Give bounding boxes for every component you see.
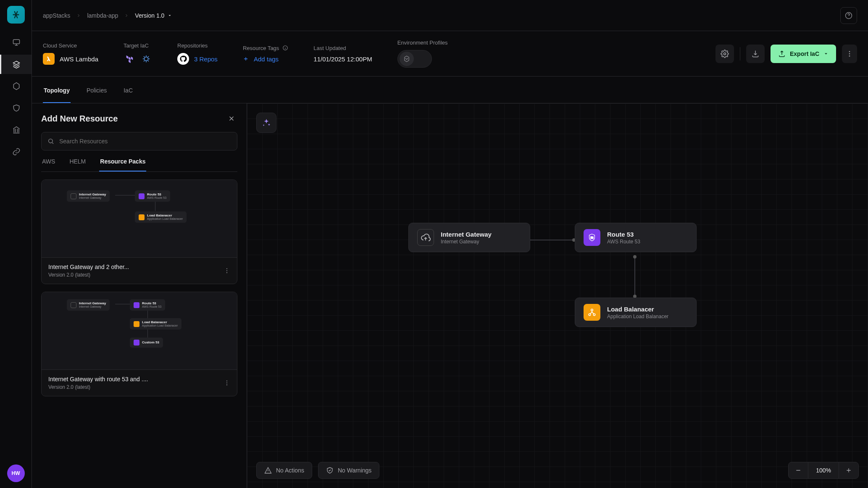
main-tabs: Topology Policies IaC [32,76,868,103]
tab-iac[interactable]: IaC [123,87,134,103]
search-field[interactable] [41,132,237,150]
add-tags-button[interactable]: Add tags [243,55,288,63]
breadcrumb-seg-0[interactable]: appStacks [43,12,70,19]
node-internet-gateway[interactable]: Internet Gateway Internet Gateway [408,223,530,252]
svg-point-5 [849,51,850,52]
export-iac-button[interactable]: Export IaC [771,45,836,63]
tab-policies[interactable]: Policies [86,87,108,103]
info-target-iac: Target IaC [124,42,152,65]
add-resource-panel: Add New Resource AWS HELM Resource Packs [32,103,247,488]
cloud-service-value: AWS Lambda [60,55,98,63]
info-tags: Resource Tags Add tags [243,45,288,63]
chevron-right-icon [124,13,129,18]
plus-icon [243,56,249,62]
more-vertical-icon [224,267,230,274]
card-more-button[interactable] [224,267,230,274]
svg-point-2 [144,57,148,61]
node-subtitle: Internet Gateway [441,239,492,245]
export-label: Export IaC [790,50,819,57]
cloud-upload-icon [421,232,431,243]
info-actions: Export IaC [715,45,857,63]
tab-topology[interactable]: Topology [43,87,71,103]
nav-item-stacks[interactable] [0,55,32,74]
warnings-pill[interactable]: No Warnings [318,462,379,479]
search-input[interactable] [58,137,231,145]
shield-check-icon [326,467,334,474]
lambda-icon [43,53,55,65]
topbar: appStacks lambda-app Version 1.0 [32,0,868,31]
node-route-53[interactable]: 53 Route 53 AWS Route 53 [575,223,697,252]
plus-icon [845,467,852,474]
node-load-balancer[interactable]: Load Balanacer Application Load Balanace… [575,298,697,327]
card-more-button[interactable] [224,380,230,386]
more-vertical-icon [846,50,853,58]
breadcrumb-current[interactable]: Version 1.0 [135,12,172,19]
actions-label: No Actions [276,467,304,474]
download-button[interactable] [746,45,765,63]
settings-button[interactable] [715,45,734,63]
zoom-controls: 100% [788,462,859,479]
svg-point-10 [226,270,227,271]
link-icon [12,148,21,156]
info-repos: Repositories 3 Repos [177,42,218,65]
actions-pill[interactable]: No Actions [256,462,312,479]
close-panel-button[interactable] [226,113,237,124]
info-icon [282,45,288,51]
divider [740,47,740,61]
resource-pack-card[interactable]: Internet GatewayInternet Gateway Route 5… [41,179,237,284]
info-label: Environment Profiles [397,40,448,46]
info-label: Last Updated [313,45,372,51]
canvas-status-bar: No Actions No Warnings [256,462,379,479]
layers-icon [12,60,21,69]
svg-text:53: 53 [590,236,594,239]
more-button[interactable] [842,45,857,63]
subtab-helm[interactable]: HELM [68,158,87,171]
alert-triangle-icon [264,467,272,474]
bank-icon [12,126,21,134]
nav-item-shield[interactable] [0,98,32,118]
helm-icon [140,53,152,65]
info-strip: Cloud Service AWS Lambda Target IaC Repo… [32,31,868,76]
breadcrumb-current-label: Version 1.0 [135,12,164,19]
topology-canvas[interactable]: Internet Gateway Internet Gateway 53 Rou… [247,103,868,488]
hex-outline-icon [403,55,410,63]
env-toggle[interactable] [397,50,432,68]
terraform-icon [124,53,135,65]
svg-point-7 [849,55,850,56]
zoom-out-button[interactable] [789,462,808,478]
nav-item-monitor[interactable] [0,33,32,52]
node-subtitle: AWS Route 53 [607,239,640,245]
route53-icon: 53 [587,233,597,242]
node-subtitle: Application Load Balanacer [607,314,668,319]
resource-pack-card[interactable]: Internet GatewayInternet Gateway Route 5… [41,292,237,396]
info-label: Repositories [177,42,218,49]
more-vertical-icon [224,380,230,386]
chevron-right-icon [76,13,81,18]
ai-sparkle-button[interactable] [256,113,276,133]
nav-item-link[interactable] [0,142,32,161]
updated-value: 11/01/2025 12:00PM [313,55,372,63]
close-icon [228,115,235,122]
caret-down-icon [823,51,829,56]
nav-item-bank[interactable] [0,120,32,140]
hexagon-icon [12,82,21,90]
monitor-icon [12,38,21,47]
breadcrumb-seg-1[interactable]: lambda-app [87,12,118,19]
github-icon [177,53,189,65]
user-avatar[interactable]: HW [7,464,25,482]
info-label: Cloud Service [43,42,98,49]
subtab-resource-packs[interactable]: Resource Packs [99,158,146,171]
repos-link[interactable]: 3 Repos [194,55,218,63]
subtab-aws[interactable]: AWS [41,158,56,171]
node-title: Route 53 [607,231,640,238]
card-title: Internet Gateway with route 53 and .... [48,376,219,382]
breadcrumb: appStacks lambda-app Version 1.0 [43,12,172,19]
info-env: Environment Profiles [397,40,448,68]
panel-title: Add New Resource [41,114,118,124]
zoom-in-button[interactable] [839,462,858,478]
download-icon [751,50,760,58]
svg-point-9 [226,268,227,269]
help-button[interactable] [840,7,857,24]
app-logo[interactable] [7,6,25,24]
nav-item-hex[interactable] [0,76,32,96]
